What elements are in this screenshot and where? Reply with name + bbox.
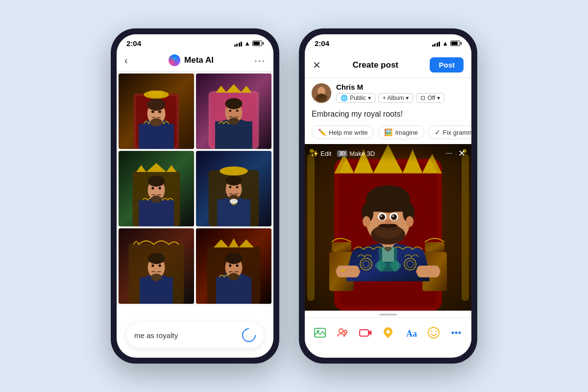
- svg-point-93: [363, 216, 370, 227]
- create-post-header: ✕ Create post Post: [305, 50, 471, 78]
- svg-point-9: [151, 110, 154, 113]
- refresh-icon[interactable]: [239, 325, 259, 345]
- edit-label: Edit: [320, 150, 331, 157]
- location-toolbar-item[interactable]: [379, 324, 397, 342]
- svg-point-58: [225, 253, 243, 264]
- grid-image-5[interactable]: [119, 228, 194, 304]
- more-toolbar-item[interactable]: [447, 324, 465, 342]
- svg-point-117: [435, 331, 436, 332]
- wifi-icon-left: ▲: [244, 40, 250, 47]
- instagram-chip[interactable]: ⊡ Off ▾: [416, 93, 444, 103]
- time-left: 2:04: [126, 39, 141, 48]
- photo-toolbar-item[interactable]: [311, 324, 329, 342]
- imagine-label: Imagine: [395, 129, 417, 136]
- svg-point-98: [391, 214, 397, 220]
- svg-point-51: [159, 264, 161, 267]
- svg-point-18: [228, 118, 240, 124]
- grid-image-3[interactable]: [119, 151, 194, 226]
- svg-point-11: [147, 98, 166, 111]
- phone-left: 2:04 ▲ ‹: [111, 28, 279, 364]
- battery-icon-right: [450, 41, 462, 46]
- svg-point-110: [339, 329, 343, 333]
- wand-icon: ✨: [311, 150, 318, 157]
- svg-text:Aa: Aa: [406, 329, 417, 339]
- ai-suggestions: ✏️ Help me write 🖼️ Imagine ✓ Fix gramma…: [305, 123, 471, 144]
- album-chip[interactable]: + Album ▾: [378, 93, 414, 103]
- post-button[interactable]: Post: [430, 57, 464, 73]
- edit-button[interactable]: ✨ Edit: [311, 150, 331, 157]
- svg-point-50: [151, 264, 154, 267]
- privacy-row: 🌐 Public ▾ + Album ▾ ⊡ Off ▾: [336, 93, 444, 103]
- svg-rect-6: [139, 124, 174, 149]
- globe-icon: 🌐: [341, 95, 348, 101]
- status-bar-left: 2:04 ▲: [117, 34, 273, 50]
- close-button[interactable]: ✕: [313, 59, 321, 71]
- svg-point-49: [148, 253, 165, 264]
- avatar: [312, 83, 331, 103]
- photo-more-button[interactable]: ···: [446, 149, 452, 158]
- svg-point-20: [229, 110, 231, 112]
- status-bar-right: 2:04 ▲: [305, 34, 471, 50]
- grid-image-2[interactable]: [196, 74, 271, 149]
- input-text: me as royalty: [134, 331, 178, 340]
- svg-point-19: [225, 98, 243, 109]
- svg-point-99: [380, 215, 382, 217]
- svg-rect-75: [425, 242, 444, 252]
- svg-point-30: [159, 187, 161, 189]
- svg-point-21: [236, 110, 239, 112]
- album-chevron: ▾: [406, 95, 409, 101]
- meta-ai-header: ‹ Meta AI ···: [117, 50, 273, 72]
- grid-image-6[interactable]: [196, 228, 271, 304]
- svg-point-111: [344, 330, 347, 333]
- svg-point-39: [226, 175, 242, 186]
- tag-people-toolbar-item[interactable]: [334, 324, 351, 342]
- emoji-toolbar-item[interactable]: [425, 324, 442, 342]
- svg-point-29: [151, 187, 154, 189]
- privacy-chip[interactable]: 🌐 Public ▾: [336, 93, 375, 103]
- back-button[interactable]: ‹: [124, 55, 128, 66]
- meta-ai-title-group: Meta AI: [169, 54, 214, 66]
- status-icons-right: ▲: [432, 40, 462, 47]
- imagine-icon: 🖼️: [384, 128, 392, 136]
- grid-image-1[interactable]: [119, 74, 194, 149]
- drag-indicator: [379, 314, 397, 316]
- post-text[interactable]: Embracing my royal roots!: [305, 108, 471, 123]
- svg-point-105: [341, 270, 345, 272]
- input-area[interactable]: me as royalty: [126, 322, 264, 348]
- svg-point-59: [229, 264, 231, 267]
- svg-point-42: [230, 199, 238, 204]
- phone-right-screen: 2:04 ▲ ✕ Cre: [305, 34, 471, 358]
- photo-toolbar-right: ··· ✕: [446, 148, 466, 159]
- make3d-button[interactable]: 3D Make 3D: [337, 150, 375, 157]
- svg-point-120: [458, 332, 461, 334]
- meta-ai-more-button[interactable]: ···: [254, 55, 266, 66]
- help-write-chip[interactable]: ✏️ Help me write: [312, 125, 374, 139]
- user-row: Chris M 🌐 Public ▾ + Album ▾ ⊡: [305, 78, 471, 108]
- fix-grammar-label: Fix grammar: [443, 129, 471, 136]
- svg-point-57: [228, 273, 240, 280]
- svg-point-118: [451, 332, 454, 334]
- svg-point-94: [406, 216, 414, 227]
- images-grid: [117, 72, 273, 306]
- video-toolbar-item[interactable]: [357, 324, 374, 342]
- ig-chevron: ▾: [437, 95, 440, 101]
- photo-toolbar: ✨ Edit 3D Make 3D ··· ✕: [305, 144, 471, 163]
- album-label: + Album: [383, 95, 404, 101]
- svg-point-10: [158, 110, 161, 113]
- grid-image-4[interactable]: [196, 151, 271, 226]
- 3d-badge: 3D: [337, 150, 347, 157]
- phone-left-screen: 2:04 ▲ ‹: [117, 34, 273, 358]
- svg-rect-68: [307, 154, 315, 301]
- text-toolbar-item[interactable]: Aa: [402, 324, 419, 342]
- photo-close-button[interactable]: ✕: [458, 148, 466, 159]
- svg-point-28: [148, 175, 165, 187]
- imagine-chip[interactable]: 🖼️ Imagine: [378, 125, 424, 139]
- svg-point-8: [150, 118, 163, 126]
- phones-container: 2:04 ▲ ‹: [111, 28, 477, 364]
- svg-point-97: [379, 214, 385, 220]
- svg-point-48: [151, 273, 162, 280]
- bottom-toolbar: Aa: [305, 318, 471, 347]
- battery-icon-left: [252, 41, 264, 46]
- fix-grammar-chip[interactable]: ✓ Fix grammar: [428, 125, 471, 139]
- privacy-label: Public: [350, 95, 366, 101]
